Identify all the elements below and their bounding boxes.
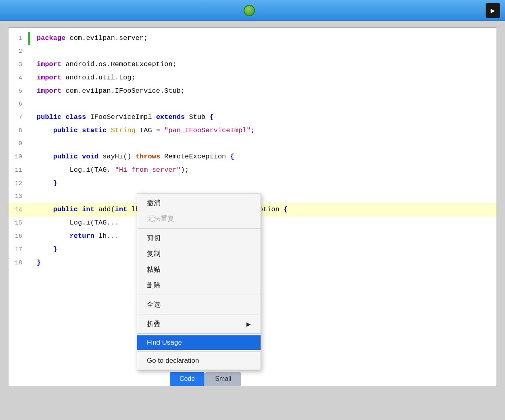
- context-menu-item[interactable]: 删除: [137, 277, 261, 293]
- line-code: public static String TAG = "pan_IFooServ…: [30, 124, 255, 137]
- code-line: 12 }: [8, 177, 497, 190]
- context-menu-item-label: 粘贴: [147, 265, 161, 274]
- line-number: 7: [8, 111, 28, 124]
- line-number: 10: [8, 151, 28, 164]
- line-code: public void sayHi() throws RemoteExcepti…: [30, 150, 234, 163]
- code-line: 5import com.evilpan.IFooService.Stub;: [8, 85, 497, 98]
- context-menu-item[interactable]: 粘贴: [137, 262, 261, 277]
- context-menu-section: Find Usage: [137, 334, 261, 352]
- line-number: 9: [8, 137, 28, 150]
- code-line: 7public class IFooServiceImpl extends St…: [8, 111, 497, 124]
- line-code: }: [30, 243, 57, 256]
- submenu-arrow-icon: ▶: [246, 321, 251, 327]
- context-menu-section: 全选: [137, 295, 261, 314]
- line-number: 15: [8, 217, 28, 230]
- context-menu-item: 无法重复: [137, 211, 261, 227]
- code-line: 10 public void sayHi() throws RemoteExce…: [8, 150, 497, 164]
- code-line: 11 Log.i(TAG, "Hi from server");: [8, 164, 497, 177]
- line-code: import android.util.Log;: [30, 71, 136, 84]
- editor-area: 1package com.evilpan.server;23import and…: [8, 27, 497, 386]
- context-menu: 撤消无法重复剪切复制粘贴删除全选折叠▶Find UsageGo to decla…: [137, 193, 261, 370]
- context-menu-item[interactable]: 复制: [137, 246, 261, 262]
- code-line: 4import android.util.Log;: [8, 71, 497, 85]
- context-menu-item[interactable]: 全选: [137, 297, 261, 312]
- line-number: 4: [8, 72, 28, 85]
- context-menu-item-label: 全选: [147, 300, 161, 309]
- context-menu-item[interactable]: Find Usage: [137, 335, 261, 350]
- context-menu-item-label: 复制: [147, 249, 161, 258]
- code-line: 2: [8, 45, 497, 58]
- line-number: 16: [8, 230, 28, 243]
- line-number: 1: [8, 32, 28, 45]
- line-code: package com.evilpan.server;: [30, 32, 148, 45]
- code-line: 3import android.os.RemoteException;: [8, 58, 497, 71]
- bottom-tab-bar: CodeSmali: [8, 370, 497, 386]
- context-menu-item[interactable]: 撤消: [137, 195, 261, 211]
- line-number: 5: [8, 85, 28, 98]
- code-line: 9: [8, 137, 497, 150]
- line-number: 12: [8, 177, 28, 190]
- title-bar-center: [19, 5, 486, 16]
- line-number: 13: [8, 190, 28, 203]
- context-menu-section: Go to declaration: [137, 352, 261, 370]
- line-code: Log.i(TAG...: [30, 216, 119, 229]
- line-number: 14: [8, 204, 28, 216]
- context-menu-item-label: Go to declaration: [147, 357, 199, 365]
- run-button[interactable]: [486, 3, 500, 18]
- context-menu-item[interactable]: 剪切: [137, 230, 261, 246]
- context-menu-item-label: 折叠: [147, 319, 161, 329]
- line-code: Log.i(TAG, "Hi from server");: [30, 164, 189, 177]
- context-menu-section: 剪切复制粘贴删除: [137, 229, 261, 295]
- title-bar: [0, 0, 505, 21]
- context-menu-item-label: 撤消: [147, 198, 161, 208]
- code-line: 1package com.evilpan.server;: [8, 32, 497, 45]
- context-menu-section: 折叠▶: [137, 314, 261, 334]
- context-menu-section: 撤消无法重复: [137, 193, 261, 229]
- line-code: return lh...: [30, 230, 119, 243]
- line-code: }: [30, 177, 57, 190]
- context-menu-item[interactable]: 折叠▶: [137, 316, 261, 332]
- line-number: 11: [8, 164, 28, 177]
- line-number: 2: [8, 45, 28, 58]
- context-menu-item-label: 删除: [147, 281, 161, 290]
- context-menu-item-label: 剪切: [147, 233, 161, 243]
- file-icon: [244, 5, 255, 16]
- tab-smali[interactable]: Smali: [205, 372, 241, 386]
- line-code: }: [30, 256, 41, 269]
- line-code: import android.os.RemoteException;: [30, 58, 177, 71]
- line-number: 18: [8, 257, 28, 270]
- line-number: 3: [8, 58, 28, 71]
- code-line: 6: [8, 98, 497, 111]
- line-number: 8: [8, 125, 28, 137]
- context-menu-item-label: 无法重复: [147, 214, 174, 223]
- code-line: 8 public static String TAG = "pan_IFooSe…: [8, 124, 497, 137]
- tab-code[interactable]: Code: [170, 372, 205, 386]
- line-code: public class IFooServiceImpl extends Stu…: [30, 111, 214, 124]
- line-number: 6: [8, 98, 28, 111]
- line-code: import com.evilpan.IFooService.Stub;: [30, 85, 185, 98]
- context-menu-item[interactable]: Go to declaration: [137, 353, 261, 368]
- line-number: 17: [8, 243, 28, 256]
- context-menu-item-label: Find Usage: [147, 339, 182, 347]
